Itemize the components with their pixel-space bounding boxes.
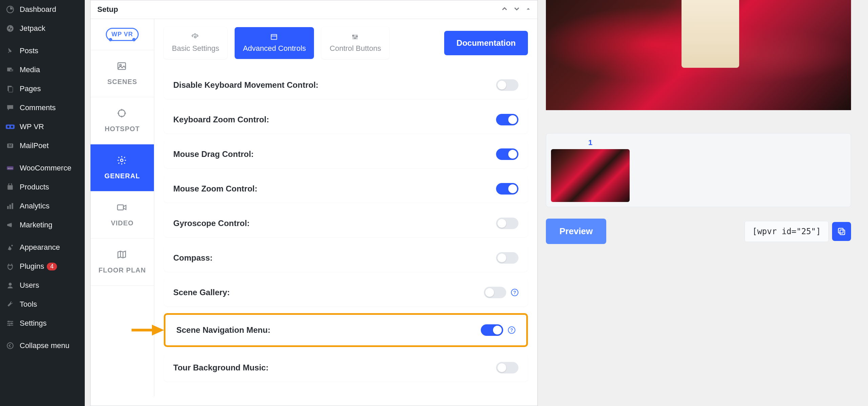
svg-point-8 — [11, 126, 13, 128]
menu-label: Collapse menu — [20, 341, 70, 350]
plugins-badge: 4 — [47, 263, 57, 270]
toggle-scene-gallery[interactable] — [484, 287, 506, 298]
scene-number: 1 — [551, 138, 630, 147]
analytics-icon — [5, 201, 15, 211]
menu-tools[interactable]: Tools — [0, 295, 85, 314]
menu-mailpoet[interactable]: M MailPoet — [0, 136, 85, 155]
svg-point-7 — [7, 126, 9, 128]
setting-label: Mouse Zoom Control: — [173, 184, 257, 194]
info-icon[interactable]: ? — [511, 289, 518, 296]
menu-dashboard[interactable]: Dashboard — [0, 0, 85, 19]
setting-scene-nav-menu: Scene Navigation Menu: ? — [167, 316, 525, 344]
setting-mouse-drag: Mouse Drag Control: — [164, 140, 528, 168]
tab-control-buttons[interactable]: Control Buttons — [321, 27, 389, 59]
menu-label: Posts — [20, 46, 38, 55]
metabox-title: Setup — [97, 5, 118, 14]
menu-label: Products — [20, 183, 49, 191]
svg-point-35 — [356, 36, 358, 37]
tab-label: Control Buttons — [330, 44, 381, 53]
vtab-video[interactable]: VIDEO — [91, 191, 154, 239]
vtab-scenes[interactable]: SCENES — [91, 50, 154, 97]
preview-button[interactable]: Preview — [546, 219, 606, 244]
svg-point-29 — [120, 159, 123, 162]
menu-users[interactable]: Users — [0, 276, 85, 295]
menu-collapse[interactable]: Collapse menu — [0, 336, 85, 355]
setting-label: Scene Gallery: — [173, 288, 230, 297]
pin-icon — [5, 46, 15, 56]
comments-icon — [5, 103, 15, 113]
vtab-general[interactable]: GENERAL — [91, 144, 154, 191]
setup-metabox: Setup WP VR SCENES HOTSPOT — [90, 0, 538, 406]
shortcode-text[interactable]: [wpvr id="25"] — [745, 221, 829, 242]
menu-pages[interactable]: Pages — [0, 79, 85, 98]
toggle-keyboard-zoom[interactable] — [496, 114, 518, 125]
svg-rect-30 — [117, 205, 123, 210]
toggle-tour-bg-music[interactable] — [496, 362, 518, 373]
documentation-button[interactable]: Documentation — [444, 31, 528, 55]
menu-label: Dashboard — [20, 5, 56, 14]
main-content: Setup WP VR SCENES HOTSPOT — [85, 0, 868, 406]
setting-label: Tour Background Music: — [173, 363, 269, 372]
toggle-disable-keyboard-movement[interactable] — [496, 79, 518, 91]
menu-label: Comments — [20, 103, 56, 112]
woo-icon: woo — [5, 163, 15, 173]
vtab-hotspot[interactable]: HOTSPOT — [91, 97, 154, 144]
copy-button[interactable] — [832, 222, 851, 241]
wpvr-icon — [5, 122, 15, 131]
menu-posts[interactable]: Posts — [0, 41, 85, 60]
setting-scene-gallery: Scene Gallery: ? — [164, 279, 528, 306]
media-icon — [5, 65, 15, 75]
metabox-up-icon[interactable] — [501, 6, 508, 13]
vtab-label: SCENES — [107, 77, 137, 86]
metabox-toggle-icon[interactable] — [526, 6, 531, 13]
tab-advanced-controls[interactable]: Advanced Controls — [235, 27, 314, 59]
preview-decor — [682, 0, 739, 68]
toggle-gyroscope[interactable] — [496, 218, 518, 229]
svg-rect-37 — [839, 228, 843, 233]
menu-marketing[interactable]: Marketing — [0, 216, 85, 235]
scene-thumbnail[interactable] — [551, 149, 630, 202]
jetpack-icon — [5, 24, 15, 33]
setting-label: Gyroscope Control: — [173, 219, 250, 228]
menu-analytics[interactable]: Analytics — [0, 197, 85, 216]
menu-comments[interactable]: Comments — [0, 98, 85, 117]
toggle-mouse-zoom[interactable] — [496, 183, 518, 195]
toggle-mouse-drag[interactable] — [496, 148, 518, 160]
setting-label: Compass: — [173, 253, 213, 263]
svg-rect-13 — [7, 185, 13, 190]
vtab-label: GENERAL — [104, 171, 140, 180]
toggle-scene-nav-menu[interactable] — [481, 324, 503, 336]
collapse-icon — [5, 341, 15, 350]
setting-keyboard-zoom: Keyboard Zoom Control: — [164, 106, 528, 134]
svg-point-24 — [9, 324, 10, 326]
menu-settings[interactable]: Settings — [0, 314, 85, 333]
gear-icon — [117, 155, 128, 167]
svg-point-31 — [194, 36, 196, 38]
menu-plugins[interactable]: Plugins 4 — [0, 257, 85, 276]
settings-icon — [5, 319, 15, 328]
info-icon[interactable]: ? — [508, 326, 515, 334]
menu-woocommerce[interactable]: woo WooCommerce — [0, 159, 85, 178]
menu-jetpack[interactable]: Jetpack — [0, 19, 85, 38]
tab-basic-settings[interactable]: Basic Settings — [164, 27, 227, 59]
vtab-floorplan[interactable]: FLOOR PLAN — [91, 239, 154, 286]
svg-point-34 — [354, 38, 356, 39]
menu-media[interactable]: Media — [0, 60, 85, 79]
vtab-label: VIDEO — [111, 219, 134, 227]
menu-label: Analytics — [20, 202, 50, 210]
toggle-compass[interactable] — [496, 252, 518, 264]
tab-label: Advanced Controls — [243, 44, 306, 53]
target-icon — [117, 108, 128, 120]
menu-appearance[interactable]: Appearance — [0, 238, 85, 257]
setting-label: Mouse Drag Control: — [173, 149, 254, 159]
menu-label: WP VR — [20, 122, 44, 131]
menu-products[interactable]: Products — [0, 178, 85, 197]
vertical-tabs: WP VR SCENES HOTSPOT GENERAL VIDEO — [91, 19, 154, 397]
svg-rect-14 — [7, 206, 8, 209]
menu-wpvr[interactable]: WP VR — [0, 117, 85, 136]
video-icon — [117, 202, 128, 214]
panorama-preview[interactable] — [546, 0, 851, 110]
tools-icon — [5, 300, 15, 309]
menu-label: WooCommerce — [20, 164, 71, 172]
metabox-down-icon[interactable] — [514, 6, 520, 13]
